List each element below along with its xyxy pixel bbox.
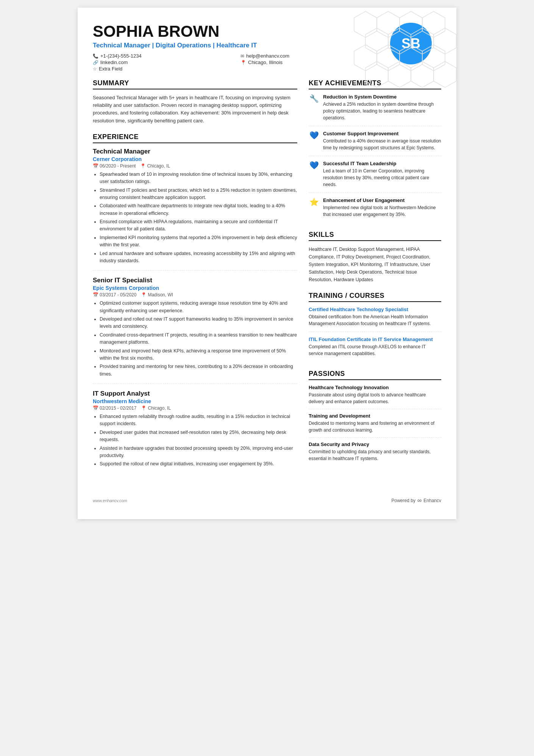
bullet-1-5: Implemented KPI monitoring systems that … [100,234,297,249]
bullet-1-4: Ensured compliance with HIPAA regulation… [100,218,297,233]
summary-section: SUMMARY Seasoned Technical Manager with … [93,79,297,125]
course-title-1: Certified Healthcare Technology Speciali… [309,307,441,312]
summary-text: Seasoned Technical Manager with 5+ years… [93,94,297,125]
calendar-icon-2: 📅 [93,292,98,297]
bullet-1-1: Spearheaded team of 10 in improving reso… [100,171,297,186]
achievement-icon-3: 💙 [309,161,319,188]
candidate-name: SOPHIA BROWN [93,23,381,40]
extra-value: Extra Field [99,66,122,72]
experience-section: EXPERIENCE Technical Manager Cerner Corp… [93,133,297,474]
achievement-1: 🔧 Reduction in System Downtime Achieved … [309,94,441,126]
experience-title: EXPERIENCE [93,133,297,143]
passion-text-1: Passionate about using digital tools to … [309,391,441,405]
bullet-2-5: Provided training and mentoring for new … [100,363,297,378]
achievement-text-3: Led a team of 10 in Cerner Corporation, … [323,167,441,188]
passion-title-1: Healthcare Technology Innovation [309,385,441,390]
right-column: KEY ACHIEVEMENTS 🔧 Reduction in System D… [309,79,441,482]
passion-text-3: Committed to upholding data privacy and … [309,448,441,462]
bullet-3-3: Assisted in hardware upgrades that boost… [100,445,297,460]
achievement-3: 💙 Successful IT Team Leadership Led a te… [309,161,441,193]
email-contact: ✉ help@enhancv.com [240,53,381,59]
achievement-title-2: Customer Support Improvement [323,131,441,136]
bullet-1-6: Led annual hardware and software updates… [100,250,297,265]
achievement-title-4: Enhancement of User Engagement [323,197,441,203]
job-dates-3: 📅 02/2015 - 02/2017 [93,405,136,411]
skills-title: SKILLS [309,231,441,241]
phone-contact: 📞 +1-(234)-555-1234 [93,53,233,59]
training-section: TRAINING / COURSES Certified Healthcare … [309,292,441,362]
job-item-3: IT Support Analyst Northwestern Medicine… [93,390,297,474]
email-value: help@enhancv.com [246,53,289,59]
job-location-2: 📍 Madison, WI [141,292,173,297]
location-icon: 📍 [240,60,246,65]
footer-url: www.enhancv.com [93,498,127,503]
left-column: SUMMARY Seasoned Technical Manager with … [93,79,297,482]
training-title: TRAINING / COURSES [309,292,441,302]
company-1: Cerner Corporation [93,156,297,162]
skills-section: SKILLS Healthcare IT, Desktop Support Ma… [309,231,441,283]
achievement-text-2: Contributed to a 40% decrease in average… [323,138,441,151]
bullet-list-2: Optimized customer support systems, redu… [93,300,297,378]
skills-text: Healthcare IT, Desktop Support Managemen… [309,246,441,283]
passions-section: PASSIONS Healthcare Technology Innovatio… [309,370,441,466]
company-3: Northwestern Medicine [93,398,297,404]
course-1: Certified Healthcare Technology Speciali… [309,307,441,332]
bullet-2-3: Coordinated cross-department IT projects… [100,332,297,346]
job-location-1: 📍 Chicago, IL [140,163,170,169]
footer: www.enhancv.com Powered by ∞ Enhancv [93,493,441,504]
achievement-content-1: Reduction in System Downtime Achieved a … [323,94,441,121]
two-col-layout: SUMMARY Seasoned Technical Manager with … [93,79,441,482]
bullet-list-1: Spearheaded team of 10 in improving reso… [93,171,297,265]
powered-by-text: Powered by [392,498,415,503]
passion-title-3: Data Security and Privacy [309,441,441,447]
passion-1: Healthcare Technology Innovation Passion… [309,385,441,409]
achievement-title-1: Reduction in System Downtime [323,94,441,100]
job-dates-2: 📅 03/2017 - 05/2020 [93,292,136,297]
linkedin-contact: 🔗 linkedin.com [93,59,233,65]
passion-title-2: Training and Development [309,413,441,419]
achievement-title-3: Successful IT Team Leadership [323,161,441,166]
job-meta-3: 📅 02/2015 - 02/2017 📍 Chicago, IL [93,405,297,411]
achievement-icon-4: ⭐ [309,197,319,218]
header: SOPHIA BROWN Technical Manager | Digital… [93,23,441,72]
avatar: SB [390,23,432,64]
course-2: ITIL Foundation Certificate in IT Servic… [309,337,441,362]
location-value: Chicago, Illinois [248,59,283,65]
achievement-2: 💙 Customer Support Improvement Contribut… [309,131,441,156]
star-icon: ☆ [93,66,97,72]
achievement-content-2: Customer Support Improvement Contributed… [323,131,441,151]
job-title-1: Technical Manager [93,148,297,155]
bullet-1-3: Collaborated with healthcare departments… [100,202,297,217]
pin-icon-2: 📍 [141,292,147,297]
calendar-icon-1: 📅 [93,163,98,169]
linkedin-value: linkedin.com [100,59,128,65]
bullet-list-3: Enhanced system reliability through rout… [93,413,297,468]
extra-contact: ☆ Extra Field [93,66,233,72]
job-meta-1: 📅 06/2020 - Present 📍 Chicago, IL [93,163,297,169]
bullet-3-4: Supported the rollout of new digital ini… [100,460,297,468]
bullet-1-2: Streamlined IT policies and best practic… [100,187,297,202]
job-meta-2: 📅 03/2017 - 05/2020 📍 Madison, WI [93,292,297,297]
job-item-2: Senior IT Specialist Epic Systems Corpor… [93,277,297,384]
achievement-icon-1: 🔧 [309,94,319,121]
candidate-title: Technical Manager | Digital Operations |… [93,42,381,49]
bullet-3-2: Developed user guides that increased sel… [100,429,297,444]
achievement-icon-2: 💙 [309,131,319,151]
bullet-2-2: Developed and rolled out new IT support … [100,316,297,330]
key-achievements-section: KEY ACHIEVEMENTS 🔧 Reduction in System D… [309,79,441,222]
passions-title: PASSIONS [309,370,441,380]
company-2: Epic Systems Corporation [93,285,297,291]
job-item-1: Technical Manager Cerner Corporation 📅 0… [93,148,297,271]
pin-icon-1: 📍 [140,163,146,169]
job-location-3: 📍 Chicago, IL [141,405,171,411]
bullet-3-1: Enhanced system reliability through rout… [100,413,297,428]
course-text-1: Obtained certification from the American… [309,313,441,327]
passion-text-2: Dedicated to mentoring teams and fosteri… [309,420,441,434]
calendar-icon-3: 📅 [93,405,98,411]
achievement-content-3: Successful IT Team Leadership Led a team… [323,161,441,188]
brand-logo-icon: ∞ [417,497,422,504]
linkedin-icon: 🔗 [93,60,98,65]
location-contact: 📍 Chicago, Illinois [240,59,381,65]
bullet-2-1: Optimized customer support systems, redu… [100,300,297,315]
achievement-text-1: Achieved a 25% reduction in system downt… [323,101,441,121]
